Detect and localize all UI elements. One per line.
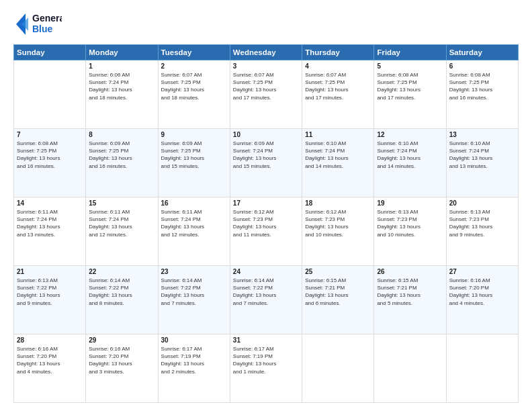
day-number: 9: [161, 131, 227, 138]
day-number: 6: [449, 62, 515, 70]
day-info: Sunrise: 6:10 AMSunset: 7:24 PMDaylight:…: [449, 140, 515, 170]
calendar-header: SundayMondayTuesdayWednesdayThursdayFrid…: [14, 45, 519, 60]
day-info: Sunrise: 6:07 AMSunset: 7:25 PMDaylight:…: [305, 71, 371, 101]
day-number: 21: [17, 268, 83, 275]
day-info: Sunrise: 6:06 AMSunset: 7:24 PMDaylight:…: [89, 71, 154, 101]
day-number: 10: [233, 131, 299, 138]
day-number: 31: [233, 336, 299, 344]
calendar-week-1: 1Sunrise: 6:06 AMSunset: 7:24 PMDaylight…: [14, 60, 519, 129]
calendar-cell: 4Sunrise: 6:07 AMSunset: 7:25 PMDaylight…: [302, 60, 374, 129]
day-info: Sunrise: 6:14 AMSunset: 7:22 PMDaylight:…: [89, 277, 154, 307]
day-number: 28: [17, 336, 83, 344]
calendar-cell: 19Sunrise: 6:13 AMSunset: 7:23 PMDayligh…: [374, 197, 446, 266]
day-number: 25: [305, 268, 371, 275]
day-info: Sunrise: 6:10 AMSunset: 7:24 PMDaylight:…: [377, 140, 443, 170]
day-info: Sunrise: 6:16 AMSunset: 7:20 PMDaylight:…: [17, 345, 83, 375]
weekday-friday: Friday: [374, 45, 446, 60]
day-info: Sunrise: 6:12 AMSunset: 7:23 PMDaylight:…: [233, 208, 299, 238]
calendar-cell: 6Sunrise: 6:08 AMSunset: 7:25 PMDaylight…: [446, 60, 518, 129]
svg-text:General: General: [32, 13, 62, 24]
day-info: Sunrise: 6:08 AMSunset: 7:25 PMDaylight:…: [17, 140, 83, 170]
calendar-cell: [446, 334, 518, 403]
day-info: Sunrise: 6:09 AMSunset: 7:25 PMDaylight:…: [89, 140, 154, 170]
calendar-cell: 22Sunrise: 6:14 AMSunset: 7:22 PMDayligh…: [86, 266, 158, 334]
calendar-cell: 29Sunrise: 6:16 AMSunset: 7:20 PMDayligh…: [86, 334, 158, 403]
day-info: Sunrise: 6:17 AMSunset: 7:19 PMDaylight:…: [233, 345, 299, 375]
day-number: 22: [89, 268, 154, 275]
day-number: 12: [377, 131, 443, 138]
calendar-cell: 28Sunrise: 6:16 AMSunset: 7:20 PMDayligh…: [14, 334, 86, 403]
day-number: 1: [89, 62, 154, 70]
calendar-cell: 14Sunrise: 6:11 AMSunset: 7:24 PMDayligh…: [14, 197, 86, 266]
calendar-cell: 7Sunrise: 6:08 AMSunset: 7:25 PMDaylight…: [14, 129, 86, 197]
weekday-sunday: Sunday: [14, 45, 86, 60]
day-info: Sunrise: 6:16 AMSunset: 7:20 PMDaylight:…: [89, 345, 154, 375]
day-number: 17: [233, 199, 299, 207]
day-number: 14: [17, 199, 83, 207]
calendar-cell: 25Sunrise: 6:15 AMSunset: 7:21 PMDayligh…: [302, 266, 374, 334]
day-number: 19: [377, 199, 443, 207]
calendar-cell: 13Sunrise: 6:10 AMSunset: 7:24 PMDayligh…: [446, 129, 518, 197]
weekday-saturday: Saturday: [446, 45, 518, 60]
day-info: Sunrise: 6:10 AMSunset: 7:24 PMDaylight:…: [305, 140, 371, 170]
weekday-monday: Monday: [86, 45, 158, 60]
day-number: 23: [161, 268, 227, 275]
day-info: Sunrise: 6:13 AMSunset: 7:22 PMDaylight:…: [17, 277, 83, 307]
calendar-cell: 8Sunrise: 6:09 AMSunset: 7:25 PMDaylight…: [86, 129, 158, 197]
day-number: 20: [449, 199, 515, 207]
calendar-cell: 10Sunrise: 6:09 AMSunset: 7:24 PMDayligh…: [230, 129, 302, 197]
day-info: Sunrise: 6:09 AMSunset: 7:24 PMDaylight:…: [233, 140, 299, 170]
calendar-cell: 21Sunrise: 6:13 AMSunset: 7:22 PMDayligh…: [14, 266, 86, 334]
day-info: Sunrise: 6:15 AMSunset: 7:21 PMDaylight:…: [377, 277, 443, 307]
day-number: 29: [89, 336, 154, 344]
calendar-cell: 16Sunrise: 6:11 AMSunset: 7:24 PMDayligh…: [158, 197, 230, 266]
calendar-week-2: 7Sunrise: 6:08 AMSunset: 7:25 PMDaylight…: [14, 129, 519, 197]
day-number: 7: [17, 131, 83, 138]
day-info: Sunrise: 6:14 AMSunset: 7:22 PMDaylight:…: [161, 277, 227, 307]
day-number: 18: [305, 199, 371, 207]
weekday-header-row: SundayMondayTuesdayWednesdayThursdayFrid…: [14, 45, 519, 60]
calendar-week-3: 14Sunrise: 6:11 AMSunset: 7:24 PMDayligh…: [14, 197, 519, 266]
calendar-cell: 3Sunrise: 6:07 AMSunset: 7:25 PMDaylight…: [230, 60, 302, 129]
calendar-cell: [374, 334, 446, 403]
calendar-cell: 23Sunrise: 6:14 AMSunset: 7:22 PMDayligh…: [158, 266, 230, 334]
day-info: Sunrise: 6:14 AMSunset: 7:22 PMDaylight:…: [233, 277, 299, 307]
calendar-cell: [14, 60, 86, 129]
calendar-cell: 17Sunrise: 6:12 AMSunset: 7:23 PMDayligh…: [230, 197, 302, 266]
day-info: Sunrise: 6:11 AMSunset: 7:24 PMDaylight:…: [161, 208, 227, 238]
logo: GeneralBlue: [13, 11, 62, 38]
day-info: Sunrise: 6:17 AMSunset: 7:19 PMDaylight:…: [161, 345, 227, 375]
calendar-cell: 24Sunrise: 6:14 AMSunset: 7:22 PMDayligh…: [230, 266, 302, 334]
day-number: 2: [161, 62, 227, 70]
day-info: Sunrise: 6:11 AMSunset: 7:24 PMDaylight:…: [17, 208, 83, 238]
day-number: 26: [377, 268, 443, 275]
day-info: Sunrise: 6:16 AMSunset: 7:20 PMDaylight:…: [449, 277, 515, 307]
day-info: Sunrise: 6:11 AMSunset: 7:24 PMDaylight:…: [89, 208, 154, 238]
day-number: 27: [449, 268, 515, 275]
day-info: Sunrise: 6:12 AMSunset: 7:23 PMDaylight:…: [305, 208, 371, 238]
day-number: 24: [233, 268, 299, 275]
calendar-cell: 18Sunrise: 6:12 AMSunset: 7:23 PMDayligh…: [302, 197, 374, 266]
calendar-week-5: 28Sunrise: 6:16 AMSunset: 7:20 PMDayligh…: [14, 334, 519, 403]
calendar-cell: [302, 334, 374, 403]
day-info: Sunrise: 6:13 AMSunset: 7:23 PMDaylight:…: [377, 208, 443, 238]
calendar-cell: 20Sunrise: 6:13 AMSunset: 7:23 PMDayligh…: [446, 197, 518, 266]
day-info: Sunrise: 6:15 AMSunset: 7:21 PMDaylight:…: [305, 277, 371, 307]
svg-text:Blue: Blue: [32, 24, 53, 34]
day-number: 5: [377, 62, 443, 70]
day-info: Sunrise: 6:07 AMSunset: 7:25 PMDaylight:…: [233, 71, 299, 101]
day-number: 30: [161, 336, 227, 344]
page-header: GeneralBlue: [13, 11, 519, 38]
day-number: 16: [161, 199, 227, 207]
calendar-cell: 27Sunrise: 6:16 AMSunset: 7:20 PMDayligh…: [446, 266, 518, 334]
day-number: 13: [449, 131, 515, 138]
calendar-body: 1Sunrise: 6:06 AMSunset: 7:24 PMDaylight…: [14, 60, 519, 403]
calendar-cell: 30Sunrise: 6:17 AMSunset: 7:19 PMDayligh…: [158, 334, 230, 403]
weekday-tuesday: Tuesday: [158, 45, 230, 60]
calendar-cell: 2Sunrise: 6:07 AMSunset: 7:25 PMDaylight…: [158, 60, 230, 129]
calendar-cell: 1Sunrise: 6:06 AMSunset: 7:24 PMDaylight…: [86, 60, 158, 129]
calendar-cell: 15Sunrise: 6:11 AMSunset: 7:24 PMDayligh…: [86, 197, 158, 266]
calendar-cell: 31Sunrise: 6:17 AMSunset: 7:19 PMDayligh…: [230, 334, 302, 403]
weekday-wednesday: Wednesday: [230, 45, 302, 60]
day-info: Sunrise: 6:07 AMSunset: 7:25 PMDaylight:…: [161, 71, 227, 101]
